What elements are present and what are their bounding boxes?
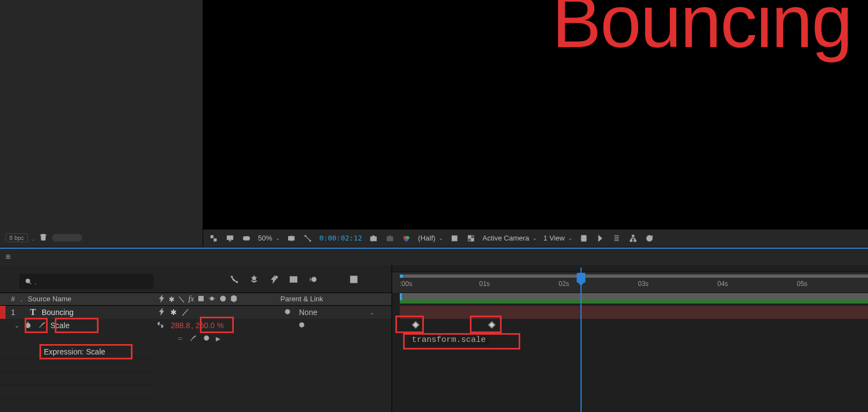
switch-adjustment-icon[interactable] [219,295,227,304]
switch-quality-icon[interactable]: ＼ [178,294,185,304]
ruler-tick: 01s [479,280,490,288]
always-preview-icon[interactable] [209,233,219,243]
camera-select[interactable]: Active Camera⌄ [482,234,537,242]
svg-point-30 [287,311,288,312]
svg-rect-13 [453,237,456,239]
column-index-header[interactable]: # [11,295,15,303]
svg-point-28 [206,337,207,338]
frame-blending-icon[interactable] [289,275,298,287]
viewer-toolbar: 50%⌄ 0:00:02:12 (Half)⌄ Active Camera⌄ 1… [203,229,868,247]
view-value: 1 View [543,234,565,242]
fast-draft-icon[interactable] [595,233,605,243]
keyframe-diamond[interactable] [488,321,496,329]
resolution-select[interactable]: (Half)⌄ [418,234,443,242]
exposure-icon[interactable] [612,233,622,243]
flowchart-icon[interactable] [628,233,638,243]
work-area-bar[interactable] [400,293,868,300]
mask-icon[interactable] [242,233,251,243]
zoom-value: 50% [258,234,272,242]
expression-pickwhip-icon[interactable] [203,334,210,344]
svg-point-7 [373,237,375,239]
switch-solo-icon[interactable]: ✱ [169,295,175,304]
property-row-expression[interactable]: Expression: Scale [0,345,153,358]
expression-text[interactable]: transform.scale [409,334,489,346]
res-auto-icon[interactable] [286,233,296,243]
shy-layers-icon[interactable] [269,275,278,287]
layer-color-tab[interactable] [0,306,5,319]
view-layout-select[interactable]: 1 View⌄ [543,234,572,242]
fast-previews-icon[interactable] [450,233,459,243]
playhead[interactable] [580,267,582,412]
pixel-aspect-icon[interactable] [579,233,589,243]
property-row-scale[interactable]: ⌄ Scale [0,319,153,332]
svg-point-39 [312,277,316,282]
constrain-proportions-icon[interactable] [157,321,164,330]
timeline-graph[interactable]: :00s01s02s03s04s05s transform.scale [392,265,868,412]
svg-rect-18 [582,235,586,241]
parent-pickwhip-icon[interactable] [284,308,291,317]
layer-shy-toggle[interactable] [158,308,165,317]
scale-pct: % [217,321,223,330]
bpc-indicator[interactable]: 8 bpc [5,233,28,242]
show-snapshot-icon[interactable] [385,233,395,243]
trash-icon[interactable] [39,233,48,243]
monitor-icon[interactable] [225,233,235,243]
switch-3d-icon[interactable] [230,295,238,304]
layer-solo-toggle[interactable]: ✱ [170,308,177,317]
expression-label[interactable]: Expression: Scale [44,347,105,356]
composition-viewer[interactable]: Bouncing 50%⌄ 0:00:02:12 (Half)⌄ Active … [203,0,868,247]
search-text-placeholder: . [35,277,37,286]
layer-index: 1 [9,308,18,317]
snapshot-icon[interactable] [369,233,378,243]
svg-rect-1 [214,238,217,241]
column-parent-header[interactable]: Parent & Link [280,295,323,303]
switch-shy-icon[interactable] [158,295,165,304]
svg-rect-24 [198,296,203,301]
property-pickwhip-icon[interactable] [298,321,306,330]
reset-exposure-icon[interactable] [645,233,654,243]
ruler-tick: 03s [638,280,648,288]
timecode-display[interactable]: 0:00:02:12 [319,234,362,242]
expression-enable-icon[interactable]: ＝ [176,334,184,344]
svg-point-4 [246,236,250,240]
camera-value: Active Camera [482,234,529,242]
twirl-arrow-icon[interactable]: ⌄ [14,322,20,329]
svg-point-32 [301,324,302,325]
project-panel [0,0,203,247]
keyframe-diamond[interactable] [412,321,419,329]
svg-rect-5 [289,236,295,240]
graph-editor-toggle-icon[interactable] [349,275,358,287]
transparency-grid-icon[interactable] [466,233,476,243]
svg-rect-8 [387,237,393,241]
scale-y-value[interactable]: 250.0 [196,321,215,330]
zoom-select[interactable]: 50%⌄ [258,234,280,242]
render-tool-icon[interactable] [250,275,258,287]
expression-graph-icon[interactable] [189,334,197,344]
svg-rect-16 [471,235,474,238]
slider-pill[interactable] [52,234,82,242]
time-ruler[interactable]: :00s01s02s03s04s05s [392,272,868,293]
scale-x-value[interactable]: 288.8 [171,321,190,330]
expression-language-icon[interactable]: ▶ [216,335,220,342]
svg-rect-2 [227,236,233,239]
motion-blur-icon[interactable] [309,275,318,287]
switch-motionblur-icon[interactable] [208,295,216,304]
parenting-tool-icon[interactable] [230,275,239,287]
layer-row[interactable]: 1 T Bouncing [0,306,153,319]
ruler-tick: 02s [559,280,569,288]
layer-quality-toggle[interactable]: ／ [182,307,189,317]
resolution-value: (Half) [418,234,435,242]
parent-select[interactable]: None⌄ [299,308,374,317]
layer-name[interactable]: Bouncing [42,308,73,317]
column-source-name-header[interactable]: Source Name [28,295,71,303]
property-scale-label[interactable]: Scale [50,321,70,330]
roi-icon[interactable] [303,233,313,243]
stopwatch-icon[interactable] [24,321,32,330]
panel-menu-icon[interactable]: ≡ [5,252,10,262]
channels-icon[interactable] [401,233,411,243]
switch-fx-icon[interactable]: fx [188,295,194,304]
comp-duration-bar [400,300,868,304]
switch-frameblend-icon[interactable] [197,295,205,304]
graph-editor-icon[interactable] [38,321,46,330]
layer-duration-bar[interactable] [400,306,868,319]
